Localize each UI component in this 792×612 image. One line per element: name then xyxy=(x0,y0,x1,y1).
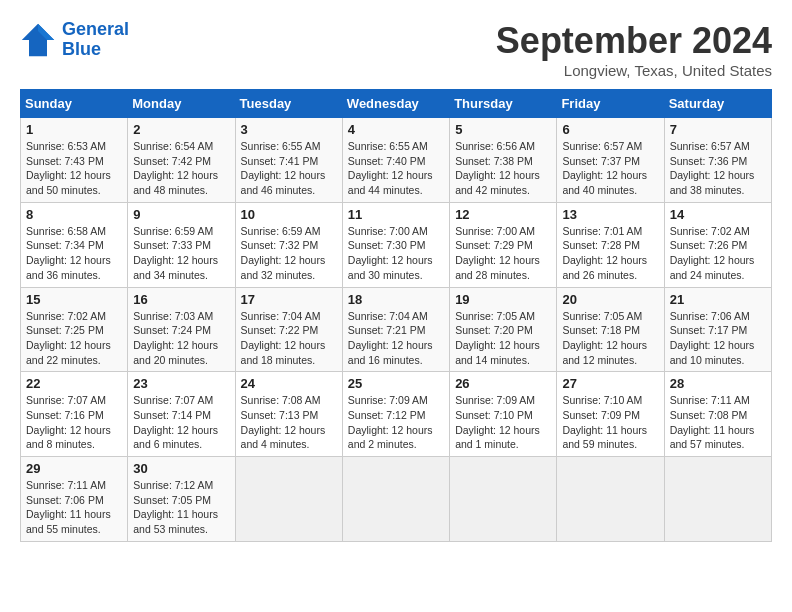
calendar-week-row: 1Sunrise: 6:53 AMSunset: 7:43 PMDaylight… xyxy=(21,118,772,203)
logo-line1: General xyxy=(62,19,129,39)
calendar-cell: 28Sunrise: 7:11 AMSunset: 7:08 PMDayligh… xyxy=(664,372,771,457)
calendar-cell: 14Sunrise: 7:02 AMSunset: 7:26 PMDayligh… xyxy=(664,202,771,287)
day-info: Sunrise: 7:02 AMSunset: 7:26 PMDaylight:… xyxy=(670,224,766,283)
page-header: General Blue September 2024 Longview, Te… xyxy=(20,20,772,79)
day-number: 23 xyxy=(133,376,229,391)
calendar-cell: 26Sunrise: 7:09 AMSunset: 7:10 PMDayligh… xyxy=(450,372,557,457)
column-header-sunday: Sunday xyxy=(21,90,128,118)
calendar-cell: 5Sunrise: 6:56 AMSunset: 7:38 PMDaylight… xyxy=(450,118,557,203)
day-number: 26 xyxy=(455,376,551,391)
column-header-friday: Friday xyxy=(557,90,664,118)
calendar-cell: 6Sunrise: 6:57 AMSunset: 7:37 PMDaylight… xyxy=(557,118,664,203)
day-info: Sunrise: 7:12 AMSunset: 7:05 PMDaylight:… xyxy=(133,478,229,537)
calendar-cell: 16Sunrise: 7:03 AMSunset: 7:24 PMDayligh… xyxy=(128,287,235,372)
calendar-week-row: 29Sunrise: 7:11 AMSunset: 7:06 PMDayligh… xyxy=(21,457,772,542)
day-info: Sunrise: 6:57 AMSunset: 7:36 PMDaylight:… xyxy=(670,139,766,198)
calendar-cell: 30Sunrise: 7:12 AMSunset: 7:05 PMDayligh… xyxy=(128,457,235,542)
day-info: Sunrise: 6:57 AMSunset: 7:37 PMDaylight:… xyxy=(562,139,658,198)
calendar-cell: 1Sunrise: 6:53 AMSunset: 7:43 PMDaylight… xyxy=(21,118,128,203)
calendar-cell: 13Sunrise: 7:01 AMSunset: 7:28 PMDayligh… xyxy=(557,202,664,287)
day-number: 18 xyxy=(348,292,444,307)
day-number: 25 xyxy=(348,376,444,391)
column-header-saturday: Saturday xyxy=(664,90,771,118)
day-number: 4 xyxy=(348,122,444,137)
day-info: Sunrise: 6:56 AMSunset: 7:38 PMDaylight:… xyxy=(455,139,551,198)
day-number: 7 xyxy=(670,122,766,137)
day-number: 15 xyxy=(26,292,122,307)
day-info: Sunrise: 6:53 AMSunset: 7:43 PMDaylight:… xyxy=(26,139,122,198)
day-info: Sunrise: 7:05 AMSunset: 7:18 PMDaylight:… xyxy=(562,309,658,368)
logo-line2: Blue xyxy=(62,39,101,59)
calendar-cell: 27Sunrise: 7:10 AMSunset: 7:09 PMDayligh… xyxy=(557,372,664,457)
day-info: Sunrise: 6:55 AMSunset: 7:41 PMDaylight:… xyxy=(241,139,337,198)
calendar-cell: 11Sunrise: 7:00 AMSunset: 7:30 PMDayligh… xyxy=(342,202,449,287)
calendar-week-row: 15Sunrise: 7:02 AMSunset: 7:25 PMDayligh… xyxy=(21,287,772,372)
calendar-cell: 20Sunrise: 7:05 AMSunset: 7:18 PMDayligh… xyxy=(557,287,664,372)
day-number: 11 xyxy=(348,207,444,222)
day-number: 12 xyxy=(455,207,551,222)
calendar-cell: 9Sunrise: 6:59 AMSunset: 7:33 PMDaylight… xyxy=(128,202,235,287)
day-info: Sunrise: 7:03 AMSunset: 7:24 PMDaylight:… xyxy=(133,309,229,368)
calendar-week-row: 22Sunrise: 7:07 AMSunset: 7:16 PMDayligh… xyxy=(21,372,772,457)
logo-text: General Blue xyxy=(62,20,129,60)
calendar-week-row: 8Sunrise: 6:58 AMSunset: 7:34 PMDaylight… xyxy=(21,202,772,287)
day-info: Sunrise: 6:59 AMSunset: 7:33 PMDaylight:… xyxy=(133,224,229,283)
calendar-cell: 25Sunrise: 7:09 AMSunset: 7:12 PMDayligh… xyxy=(342,372,449,457)
calendar-cell: 19Sunrise: 7:05 AMSunset: 7:20 PMDayligh… xyxy=(450,287,557,372)
day-info: Sunrise: 6:59 AMSunset: 7:32 PMDaylight:… xyxy=(241,224,337,283)
calendar-cell: 21Sunrise: 7:06 AMSunset: 7:17 PMDayligh… xyxy=(664,287,771,372)
calendar-cell: 8Sunrise: 6:58 AMSunset: 7:34 PMDaylight… xyxy=(21,202,128,287)
calendar-cell: 18Sunrise: 7:04 AMSunset: 7:21 PMDayligh… xyxy=(342,287,449,372)
day-number: 21 xyxy=(670,292,766,307)
day-number: 30 xyxy=(133,461,229,476)
day-info: Sunrise: 7:10 AMSunset: 7:09 PMDaylight:… xyxy=(562,393,658,452)
calendar-header-row: SundayMondayTuesdayWednesdayThursdayFrid… xyxy=(21,90,772,118)
day-info: Sunrise: 6:58 AMSunset: 7:34 PMDaylight:… xyxy=(26,224,122,283)
calendar-cell: 24Sunrise: 7:08 AMSunset: 7:13 PMDayligh… xyxy=(235,372,342,457)
day-info: Sunrise: 7:04 AMSunset: 7:22 PMDaylight:… xyxy=(241,309,337,368)
calendar-cell: 3Sunrise: 6:55 AMSunset: 7:41 PMDaylight… xyxy=(235,118,342,203)
calendar-subtitle: Longview, Texas, United States xyxy=(496,62,772,79)
calendar-cell: 22Sunrise: 7:07 AMSunset: 7:16 PMDayligh… xyxy=(21,372,128,457)
day-number: 27 xyxy=(562,376,658,391)
day-number: 24 xyxy=(241,376,337,391)
day-info: Sunrise: 7:05 AMSunset: 7:20 PMDaylight:… xyxy=(455,309,551,368)
day-number: 1 xyxy=(26,122,122,137)
day-number: 3 xyxy=(241,122,337,137)
day-info: Sunrise: 7:07 AMSunset: 7:14 PMDaylight:… xyxy=(133,393,229,452)
day-number: 28 xyxy=(670,376,766,391)
day-number: 2 xyxy=(133,122,229,137)
calendar-cell xyxy=(557,457,664,542)
day-info: Sunrise: 7:06 AMSunset: 7:17 PMDaylight:… xyxy=(670,309,766,368)
calendar-cell xyxy=(235,457,342,542)
calendar-cell: 17Sunrise: 7:04 AMSunset: 7:22 PMDayligh… xyxy=(235,287,342,372)
day-number: 10 xyxy=(241,207,337,222)
day-number: 14 xyxy=(670,207,766,222)
day-info: Sunrise: 7:01 AMSunset: 7:28 PMDaylight:… xyxy=(562,224,658,283)
day-info: Sunrise: 7:02 AMSunset: 7:25 PMDaylight:… xyxy=(26,309,122,368)
day-number: 20 xyxy=(562,292,658,307)
day-info: Sunrise: 7:11 AMSunset: 7:06 PMDaylight:… xyxy=(26,478,122,537)
day-number: 17 xyxy=(241,292,337,307)
calendar-cell xyxy=(450,457,557,542)
column-header-monday: Monday xyxy=(128,90,235,118)
calendar-cell: 4Sunrise: 6:55 AMSunset: 7:40 PMDaylight… xyxy=(342,118,449,203)
calendar-cell: 10Sunrise: 6:59 AMSunset: 7:32 PMDayligh… xyxy=(235,202,342,287)
day-info: Sunrise: 7:09 AMSunset: 7:12 PMDaylight:… xyxy=(348,393,444,452)
calendar-cell: 2Sunrise: 6:54 AMSunset: 7:42 PMDaylight… xyxy=(128,118,235,203)
calendar-cell: 15Sunrise: 7:02 AMSunset: 7:25 PMDayligh… xyxy=(21,287,128,372)
day-info: Sunrise: 7:09 AMSunset: 7:10 PMDaylight:… xyxy=(455,393,551,452)
column-header-thursday: Thursday xyxy=(450,90,557,118)
calendar-title: September 2024 xyxy=(496,20,772,62)
calendar-cell: 12Sunrise: 7:00 AMSunset: 7:29 PMDayligh… xyxy=(450,202,557,287)
column-header-tuesday: Tuesday xyxy=(235,90,342,118)
day-number: 19 xyxy=(455,292,551,307)
day-number: 5 xyxy=(455,122,551,137)
day-info: Sunrise: 7:04 AMSunset: 7:21 PMDaylight:… xyxy=(348,309,444,368)
day-info: Sunrise: 7:07 AMSunset: 7:16 PMDaylight:… xyxy=(26,393,122,452)
calendar-cell: 7Sunrise: 6:57 AMSunset: 7:36 PMDaylight… xyxy=(664,118,771,203)
day-number: 16 xyxy=(133,292,229,307)
column-header-wednesday: Wednesday xyxy=(342,90,449,118)
logo-icon xyxy=(20,22,56,58)
logo: General Blue xyxy=(20,20,129,60)
